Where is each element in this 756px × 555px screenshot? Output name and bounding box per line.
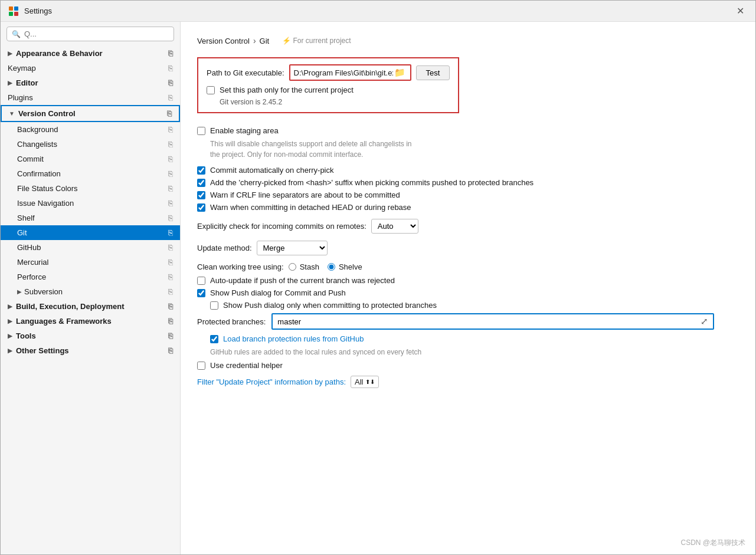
credential-row: Use credential helper bbox=[197, 361, 739, 370]
svg-rect-0 bbox=[9, 6, 13, 11]
sidebar-item-languages[interactable]: ▶ Languages & Frameworks ⎘ bbox=[1, 314, 180, 329]
chevron-right-icon: ▶ bbox=[8, 80, 12, 86]
clean-tree-row: Clean working tree using: Stash Shelve bbox=[197, 262, 739, 271]
path-label: Path to Git executable: bbox=[207, 68, 284, 77]
copy-icon: ⎘ bbox=[168, 258, 173, 267]
expand-button[interactable]: ⤢ bbox=[701, 316, 708, 327]
cherry-pick2-checkbox[interactable] bbox=[197, 179, 205, 187]
svg-rect-2 bbox=[9, 12, 13, 16]
sidebar-item-mercurial[interactable]: Mercurial ⎘ bbox=[1, 255, 180, 270]
copy-icon: ⎘ bbox=[168, 199, 173, 208]
enable-staging-label: Enable staging area bbox=[210, 126, 279, 135]
update-method-label: Update method: bbox=[197, 244, 252, 252]
incoming-label: Explicitly check for incoming commits on… bbox=[197, 222, 366, 231]
load-github-checkbox[interactable] bbox=[210, 335, 218, 343]
protected-input-wrap: ⤢ bbox=[271, 313, 714, 330]
sidebar-item-keymap[interactable]: Keymap ⎘ bbox=[1, 61, 180, 75]
sidebar-item-background[interactable]: Background ⎘ bbox=[1, 122, 180, 137]
sidebar: 🔍 ▶ Appearance & Behavior ⎘ Keymap ⎘ ▶ E… bbox=[1, 22, 181, 554]
sidebar-item-subversion[interactable]: ▶ Subversion ⎘ bbox=[1, 284, 180, 299]
sidebar-item-label: Shelf bbox=[17, 214, 35, 222]
show-push-checkbox[interactable] bbox=[197, 289, 205, 297]
sidebar-item-label: Keymap bbox=[8, 64, 36, 73]
watermark: CSDN @老马聊技术 bbox=[680, 538, 745, 548]
svg-rect-1 bbox=[14, 6, 18, 11]
copy-icon: ⎘ bbox=[168, 125, 173, 134]
filter-select[interactable]: All ⬆⬇ bbox=[351, 376, 379, 388]
sidebar-item-editor[interactable]: ▶ Editor ⎘ bbox=[1, 75, 180, 90]
warn-crlf-checkbox[interactable] bbox=[197, 191, 205, 199]
copy-icon: ⎘ bbox=[168, 93, 173, 102]
show-push-row: Show Push dialog for Commit and Push bbox=[197, 288, 739, 297]
sidebar-item-label: Plugins bbox=[8, 93, 33, 102]
warn-detached-checkbox[interactable] bbox=[197, 203, 205, 212]
sidebar-item-shelf[interactable]: Shelf ⎘ bbox=[1, 211, 180, 225]
sidebar-item-other-settings[interactable]: ▶ Other Settings ⎘ bbox=[1, 343, 180, 358]
chevron-right-icon: ▶ bbox=[8, 347, 12, 354]
load-github-row: Load branch protection rules from GitHub bbox=[210, 334, 739, 343]
sidebar-item-appearance[interactable]: ▶ Appearance & Behavior ⎘ bbox=[1, 46, 180, 61]
chevron-right-icon: ▶ bbox=[8, 333, 12, 339]
sidebar-item-commit[interactable]: Commit ⎘ bbox=[1, 152, 180, 166]
sidebar-item-tools[interactable]: ▶ Tools ⎘ bbox=[1, 329, 180, 343]
sidebar-item-issue-navigation[interactable]: Issue Navigation ⎘ bbox=[1, 196, 180, 211]
copy-icon: ⎘ bbox=[168, 49, 173, 58]
auto-update-checkbox[interactable] bbox=[197, 277, 205, 285]
protected-branches-label: Protected branches: bbox=[197, 317, 266, 326]
test-button[interactable]: Test bbox=[416, 65, 450, 80]
enable-staging-checkbox[interactable] bbox=[197, 127, 205, 135]
show-push-label: Show Push dialog for Commit and Push bbox=[210, 288, 346, 297]
incoming-select[interactable]: Auto Always Never bbox=[371, 219, 418, 234]
sidebar-item-label: Changelists bbox=[17, 140, 57, 149]
current-project-checkbox[interactable] bbox=[207, 86, 215, 94]
copy-icon: ⎘ bbox=[168, 287, 173, 296]
copy-icon: ⎘ bbox=[168, 243, 173, 252]
sidebar-item-label: GitHub bbox=[17, 243, 41, 252]
credential-checkbox[interactable] bbox=[197, 362, 205, 370]
sidebar-item-label: Subversion bbox=[24, 287, 63, 296]
warn-crlf-label: Warn if CRLF line separators are about t… bbox=[210, 191, 400, 199]
github-desc: GitHub rules are added to the local rule… bbox=[210, 347, 739, 357]
sidebar-item-plugins[interactable]: Plugins ⎘ bbox=[1, 90, 180, 105]
load-github-label: Load branch protection rules from GitHub bbox=[223, 334, 364, 343]
sidebar-item-label: Languages & Frameworks bbox=[16, 317, 112, 326]
filter-row: Filter "Update Project" information by p… bbox=[197, 376, 739, 388]
stash-radio[interactable] bbox=[289, 263, 296, 271]
window-title: Settings bbox=[24, 6, 732, 15]
path-input[interactable] bbox=[294, 68, 393, 77]
copy-icon: ⎘ bbox=[168, 346, 173, 355]
chevron-right-icon: ▶ bbox=[8, 50, 12, 57]
cherry-pick-checkbox[interactable] bbox=[197, 166, 205, 175]
filter-value: All bbox=[355, 377, 363, 386]
sidebar-item-perforce[interactable]: Perforce ⎘ bbox=[1, 270, 180, 284]
update-method-select[interactable]: Merge Rebase Branch Default bbox=[257, 241, 328, 255]
copy-icon: ⎘ bbox=[168, 155, 173, 163]
protected-branches-row: Protected branches: ⤢ bbox=[197, 313, 739, 330]
protected-branches-input[interactable] bbox=[277, 317, 701, 326]
sidebar-item-file-status-colors[interactable]: File Status Colors ⎘ bbox=[1, 181, 180, 196]
update-method-row: Update method: Merge Rebase Branch Defau… bbox=[197, 241, 739, 255]
auto-update-row: Auto-update if push of the current branc… bbox=[197, 276, 739, 285]
search-input[interactable] bbox=[24, 29, 169, 38]
sidebar-item-label: Appearance & Behavior bbox=[16, 49, 103, 58]
sidebar-item-git[interactable]: Git ⎘ bbox=[1, 225, 180, 240]
sidebar-item-changelists[interactable]: Changelists ⎘ bbox=[1, 137, 180, 152]
search-box[interactable]: 🔍 bbox=[6, 27, 174, 41]
shelve-label: Shelve bbox=[339, 262, 362, 271]
close-button[interactable]: ✕ bbox=[732, 3, 748, 19]
copy-icon: ⎘ bbox=[168, 78, 173, 87]
enable-staging-desc: This will disable changelists support an… bbox=[210, 139, 739, 160]
credential-label: Use credential helper bbox=[210, 361, 283, 370]
sidebar-item-version-control[interactable]: ▼ Version Control ⎘ bbox=[1, 105, 180, 122]
sidebar-item-confirmation[interactable]: Confirmation ⎘ bbox=[1, 166, 180, 181]
browse-folder-button[interactable]: 📁 bbox=[393, 67, 407, 78]
warn-detached-label: Warn when committing in detached HEAD or… bbox=[210, 203, 411, 212]
sidebar-item-github[interactable]: GitHub ⎘ bbox=[1, 240, 180, 255]
sidebar-item-label: Version Control bbox=[18, 109, 76, 118]
shelve-radio[interactable] bbox=[328, 263, 335, 271]
sidebar-item-build[interactable]: ▶ Build, Execution, Deployment ⎘ bbox=[1, 299, 180, 314]
warn-detached-row: Warn when committing in detached HEAD or… bbox=[197, 203, 739, 212]
content-panel: Version Control › Git ⚡ For current proj… bbox=[181, 22, 755, 554]
show-push-protected-checkbox[interactable] bbox=[210, 301, 218, 310]
sidebar-item-label: Build, Execution, Deployment bbox=[16, 302, 124, 311]
